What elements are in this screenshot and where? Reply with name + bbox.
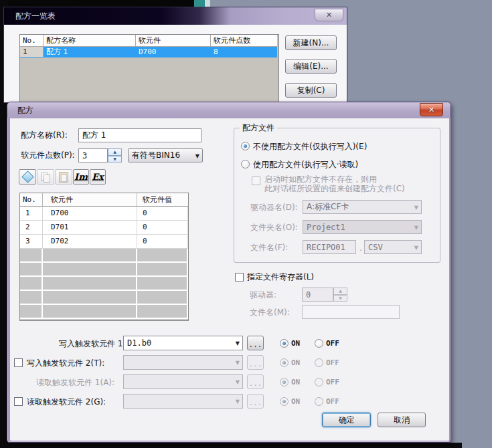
device-points-label: 软元件点数(P): [21,150,75,161]
read-trigger1-dropdown[interactable]: ▼ [123,374,243,389]
cancel-button[interactable]: 取消 [378,413,426,427]
row-value[interactable]: 0 [137,221,188,235]
register-drive-stepper[interactable]: ▲ ▼ [333,288,347,302]
export-icon: Ex [92,172,104,182]
write-trigger2-on-radio[interactable] [280,358,289,367]
row-no: 1 [20,47,44,58]
drive-name-dropdown[interactable]: A:标准CF卡 ▼ [303,200,422,214]
recipe-name-label: 配方名称(R): [21,130,68,141]
row-value[interactable]: 0 [137,207,188,221]
recipe-titlebar[interactable]: 配方 ✕ [7,102,450,118]
recipe-name-input[interactable]: 配方 1 [78,128,201,142]
read-trigger2-browse-button[interactable]: ... [247,394,264,409]
close-button[interactable]: ✕ [420,103,443,116]
read-trigger2-on-radio[interactable] [280,397,289,406]
read-trigger2-off-label: OFF [326,397,339,406]
read-trigger2-on-label: ON [291,397,300,406]
table-row[interactable]: 2 D701 0 [20,221,188,235]
write-trigger1-off-radio[interactable] [315,339,323,348]
file-name-input[interactable]: RECIPO01 [303,240,356,254]
device-points-stepper[interactable]: ▲ ▼ [108,148,122,162]
read-trigger2-checkbox[interactable] [14,397,23,406]
write-trigger1-value: D1.b0 [127,338,151,348]
write-trigger2-label[interactable]: 写入触发软元件 2(T): [27,358,104,369]
row-name: 配方 1 [44,47,136,58]
read-trigger2-dropdown[interactable]: ▼ [123,394,243,409]
row-device[interactable]: D701 [43,221,137,235]
ok-button[interactable]: 确定 [322,413,371,427]
register-file-label: 文件名(M): [250,307,290,318]
row-no: 3 [20,235,43,249]
read-trigger1-off-radio[interactable] [315,378,323,386]
create-file-checkbox[interactable] [252,177,260,185]
read-trigger1-label: 读取触发软元件 1(A): [36,377,114,388]
spin-down-icon[interactable]: ▼ [333,295,347,302]
recipe-list-title: 配方一览表 [15,11,56,22]
row-value[interactable]: 0 [137,235,188,249]
write-trigger2-off-radio[interactable] [315,358,323,367]
column-header-no: No. [20,193,43,207]
data-type-dropdown[interactable]: 有符号BIN16 ▼ [128,148,203,162]
recipe-title: 配方 [17,105,33,116]
new-button[interactable]: 新建(N)... [285,35,337,50]
write-trigger2-dropdown[interactable]: ▼ [123,355,243,370]
column-header-device: 软元件 [43,193,137,207]
column-header-name[interactable]: 配方名称 [44,35,136,47]
radio-use-file-label[interactable]: 使用配方文件(执行写入·读取) [253,159,358,171]
write-trigger1-dropdown[interactable]: D1.b0 ▼ [123,336,243,350]
paste-toolbar-button[interactable] [55,169,72,185]
write-trigger2-checkbox[interactable] [14,358,23,367]
file-register-label[interactable]: 指定文件寄存器(L) [247,271,314,283]
row-device[interactable]: D700 [43,207,137,221]
copy-button[interactable]: 复制(C) [285,83,337,98]
row-no: 1 [20,207,43,221]
spin-up-icon[interactable]: ▲ [108,148,122,156]
chevron-down-icon: ▼ [236,399,240,405]
recipe-list-table: No. 配方名称 软元件 软元件点数 1 配方 1 D700 8 [19,34,279,104]
table-row[interactable]: 3 D702 0 [20,235,188,249]
table-row[interactable]: 1 D700 0 [20,207,188,221]
copy-toolbar-button[interactable] [37,169,54,185]
file-ext-value: CSV [368,243,383,252]
radio-no-file-label[interactable]: 不使用配方文件(仅执行写入)(E) [253,141,367,152]
write-trigger1-browse-button[interactable]: ... [247,336,264,350]
folder-name-value: Project1 [307,223,345,232]
recipe-list-dialog: 配方一览表 ✕ No. 配方名称 软元件 软元件点数 1 配方 1 D700 8… [3,7,347,103]
file-register-checkbox[interactable] [235,273,244,282]
row-device: D700 [136,47,211,58]
spin-up-icon[interactable]: ▲ [333,288,347,295]
close-icon: ✕ [326,11,332,19]
chevron-down-icon: ▼ [236,360,240,366]
file-ext-dropdown[interactable]: CSV ▼ [364,240,422,254]
read-trigger2-label[interactable]: 读取触发软元件 2(G): [27,397,106,408]
register-drive-input[interactable]: 0 [302,288,333,302]
write-trigger2-browse-button[interactable]: ... [247,355,264,370]
row-device[interactable]: D702 [43,235,137,249]
close-button[interactable]: ✕ [315,9,343,21]
table-row-selected[interactable]: 1 配方 1 D700 8 [20,47,278,58]
column-header-no[interactable]: No. [20,35,44,47]
write-trigger1-on-label[interactable]: ON [291,339,300,348]
radio-no-file[interactable] [241,142,250,150]
clear-button[interactable] [19,169,36,185]
desktop-strip-pale [205,0,210,7]
column-header-device[interactable]: 软元件 [136,35,211,47]
write-trigger1-off-label[interactable]: OFF [326,339,339,348]
read-trigger1-browse-button[interactable]: ... [247,374,264,389]
read-trigger2-off-radio[interactable] [315,397,323,406]
device-points-input[interactable]: 3 [78,148,108,162]
drive-name-value: A:标准CF卡 [307,201,349,213]
export-button[interactable]: Ex [90,169,106,185]
radio-use-file[interactable] [241,160,250,169]
spin-down-icon[interactable]: ▼ [108,156,122,163]
recipe-list-titlebar[interactable]: 配方一览表 ✕ [4,7,347,25]
folder-name-dropdown[interactable]: Project1 ▼ [303,220,422,234]
import-button[interactable]: Im [73,169,89,185]
write-trigger1-on-radio[interactable] [280,339,289,348]
edit-button[interactable]: 编辑(E)... [285,59,337,74]
register-file-input[interactable] [302,305,400,319]
column-header-points[interactable]: 软元件点数 [211,35,277,47]
read-trigger1-on-radio[interactable] [280,378,289,386]
data-type-value: 有符号BIN16 [132,150,180,161]
empty-row [20,277,188,291]
